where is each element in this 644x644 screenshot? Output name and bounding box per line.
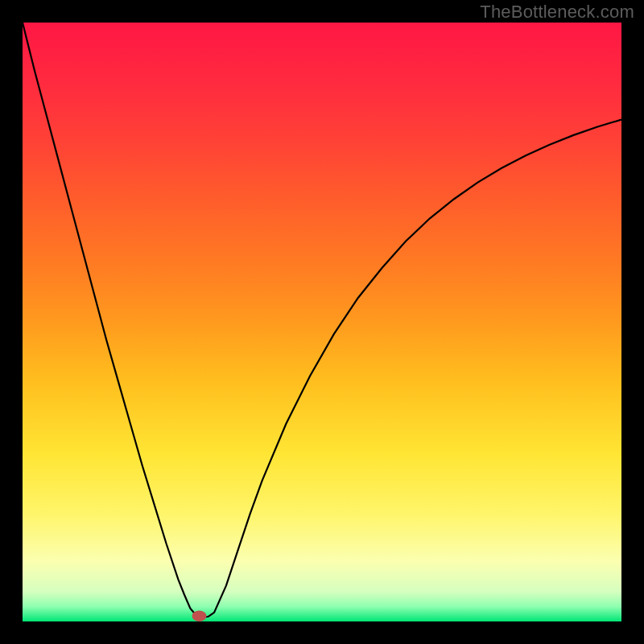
chart-frame: TheBottleneck.com [0, 0, 644, 644]
bottleneck-marker [192, 611, 207, 621]
plot-area [23, 23, 621, 621]
gradient-rect [23, 23, 621, 621]
watermark-text: TheBottleneck.com [480, 2, 634, 23]
chart-svg [23, 23, 621, 621]
